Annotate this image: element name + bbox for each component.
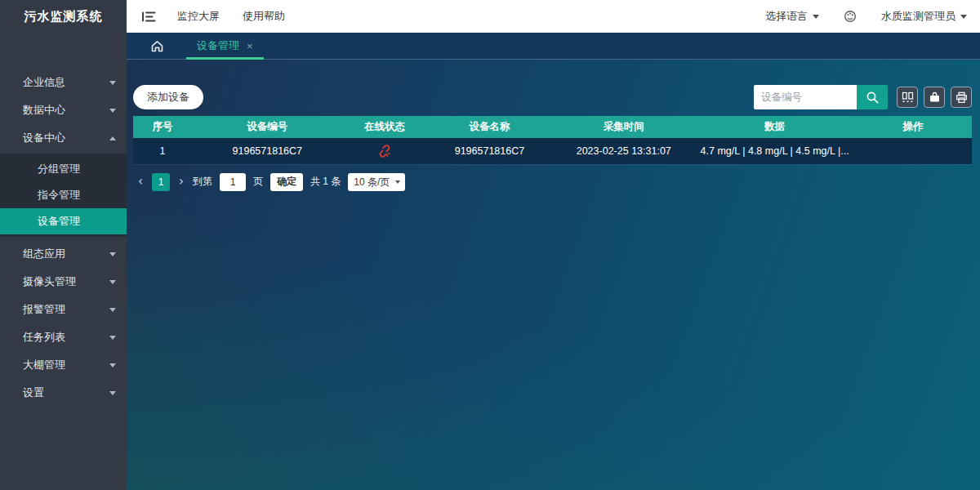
topbar-item-monitor-screen[interactable]: 监控大屏 xyxy=(177,9,220,24)
submenu-item-label: 分组管理 xyxy=(38,163,80,175)
cell-online-status xyxy=(343,138,427,164)
search-button[interactable] xyxy=(857,85,888,109)
content-area: 添加设备 xyxy=(127,60,980,490)
header-data: 数据 xyxy=(695,116,854,138)
header-collect-time: 采集时间 xyxy=(552,116,695,138)
columns-toggle-button[interactable] xyxy=(897,87,918,108)
device-table: 序号 设备编号 在线状态 设备名称 采集时间 数据 操作 1 919657181… xyxy=(133,116,972,165)
page-size-select-wrap: 10 条/页 xyxy=(348,173,405,191)
sidebar-item-label: 组态应用 xyxy=(23,247,65,261)
header-device-name: 设备名称 xyxy=(426,116,552,138)
print-button[interactable] xyxy=(951,87,972,108)
sidebar-item-label: 设置 xyxy=(23,385,44,400)
chevron-down-icon xyxy=(109,81,116,85)
print-icon xyxy=(956,91,968,104)
current-page-button[interactable]: 1 xyxy=(152,173,170,191)
sidebar-item-task-list[interactable]: 任务列表 xyxy=(0,323,127,351)
chevron-down-icon xyxy=(109,336,116,340)
goto-page-suffix-label: 页 xyxy=(253,175,263,189)
user-label: 水质监测管理员 xyxy=(881,9,956,24)
chevron-down-icon xyxy=(109,308,116,312)
topbar: 监控大屏 使用帮助 选择语言 水质监测管理员 xyxy=(127,0,980,33)
page-number-input[interactable] xyxy=(220,173,246,191)
cell-operation xyxy=(854,138,972,164)
export-icon xyxy=(929,91,941,104)
search-input[interactable] xyxy=(754,85,857,109)
table-row[interactable]: 1 9196571816C7 xyxy=(133,138,972,164)
sidebar-item-group-management[interactable]: 分组管理 xyxy=(0,156,127,182)
sidebar-item-configuration-app[interactable]: 组态应用 xyxy=(0,240,127,268)
columns-icon xyxy=(902,91,914,104)
header-device-id: 设备编号 xyxy=(192,116,343,138)
export-button[interactable] xyxy=(924,87,945,108)
theme-palette-icon[interactable] xyxy=(844,10,857,23)
cell-index: 1 xyxy=(133,138,192,164)
sidebar: 污水监测系统 企业信息 数据中心 设备中心 分组管理 指令管理 xyxy=(0,0,127,490)
table-header-row: 序号 设备编号 在线状态 设备名称 采集时间 数据 操作 xyxy=(133,116,972,138)
language-selector[interactable]: 选择语言 xyxy=(765,9,819,24)
search-icon xyxy=(866,91,880,105)
topbar-item-help[interactable]: 使用帮助 xyxy=(243,9,285,24)
collapse-menu-icon[interactable] xyxy=(141,11,156,23)
main-area: 监控大屏 使用帮助 选择语言 水质监测管理员 xyxy=(127,0,980,490)
confirm-page-button[interactable]: 确定 xyxy=(270,173,303,191)
header-index: 序号 xyxy=(133,116,192,138)
sidebar-menu: 企业信息 数据中心 设备中心 分组管理 指令管理 设备管理 xyxy=(0,69,127,407)
chevron-down-icon xyxy=(109,280,116,284)
tab-device-management[interactable]: 设备管理 × xyxy=(186,33,264,59)
sidebar-item-label: 大棚管理 xyxy=(23,358,65,372)
cell-device-id: 9196571816C7 xyxy=(192,138,343,164)
sidebar-item-settings[interactable]: 设置 xyxy=(0,379,127,407)
chevron-down-icon xyxy=(109,363,116,368)
offline-status-icon xyxy=(376,143,393,159)
sidebar-item-data-center[interactable]: 数据中心 xyxy=(0,96,127,124)
chevron-up-icon xyxy=(109,136,116,140)
tabbar: 设备管理 × xyxy=(127,33,980,60)
sidebar-item-device-management[interactable]: 设备管理 xyxy=(0,208,127,234)
search-group xyxy=(754,85,888,109)
app-title: 污水监测系统 xyxy=(0,0,127,33)
page-size-select[interactable]: 10 条/页 xyxy=(348,173,405,191)
sidebar-item-label: 数据中心 xyxy=(23,103,65,118)
sidebar-item-label: 企业信息 xyxy=(23,75,65,90)
goto-page-prefix-label: 到第 xyxy=(193,175,212,189)
pagination: ‹ 1 › 到第 页 确定 共 1 条 10 条/页 xyxy=(133,173,972,191)
chevron-down-icon xyxy=(109,252,116,256)
sidebar-item-greenhouse-management[interactable]: 大棚管理 xyxy=(0,351,127,379)
prev-page-button[interactable]: ‹ xyxy=(136,176,145,188)
header-operation: 操作 xyxy=(854,116,972,138)
next-page-button[interactable]: › xyxy=(177,176,185,188)
header-online-status: 在线状态 xyxy=(343,116,427,138)
submenu-item-label: 指令管理 xyxy=(38,189,80,201)
home-icon[interactable] xyxy=(149,39,165,53)
sidebar-item-alarm-management[interactable]: 报警管理 xyxy=(0,296,127,323)
total-count-label: 共 1 条 xyxy=(310,175,341,189)
topbar-right: 选择语言 水质监测管理员 xyxy=(765,9,967,24)
sidebar-item-label: 摄像头管理 xyxy=(23,274,76,289)
chevron-down-icon xyxy=(109,109,116,113)
cell-data: 4.7 mg/L | 4.8 mg/L | 4.5 mg/L |... xyxy=(695,138,854,164)
chevron-down-icon xyxy=(109,391,116,395)
app-window: 污水监测系统 企业信息 数据中心 设备中心 分组管理 指令管理 xyxy=(0,0,980,490)
tab-label: 设备管理 xyxy=(197,38,239,53)
submenu-item-label: 设备管理 xyxy=(38,215,80,227)
language-label: 选择语言 xyxy=(765,9,808,24)
caret-down-icon xyxy=(813,15,819,19)
toolbar: 添加设备 xyxy=(133,60,972,109)
sidebar-item-camera-management[interactable]: 摄像头管理 xyxy=(0,268,127,296)
device-center-submenu: 分组管理 指令管理 设备管理 xyxy=(0,154,127,237)
close-icon[interactable]: × xyxy=(247,40,253,52)
user-menu[interactable]: 水质监测管理员 xyxy=(881,9,967,24)
add-device-button[interactable]: 添加设备 xyxy=(133,85,203,109)
cell-collect-time: 2023-02-25 13:31:07 xyxy=(552,138,695,164)
caret-down-icon xyxy=(960,15,967,19)
sidebar-item-label: 报警管理 xyxy=(23,302,65,317)
cell-device-name: 9196571816C7 xyxy=(426,138,552,164)
sidebar-item-label: 设备中心 xyxy=(23,131,65,145)
sidebar-item-device-center[interactable]: 设备中心 xyxy=(0,124,127,152)
sidebar-item-label: 任务列表 xyxy=(23,330,65,345)
sidebar-item-command-management[interactable]: 指令管理 xyxy=(0,182,127,208)
sidebar-item-enterprise-info[interactable]: 企业信息 xyxy=(0,69,127,96)
